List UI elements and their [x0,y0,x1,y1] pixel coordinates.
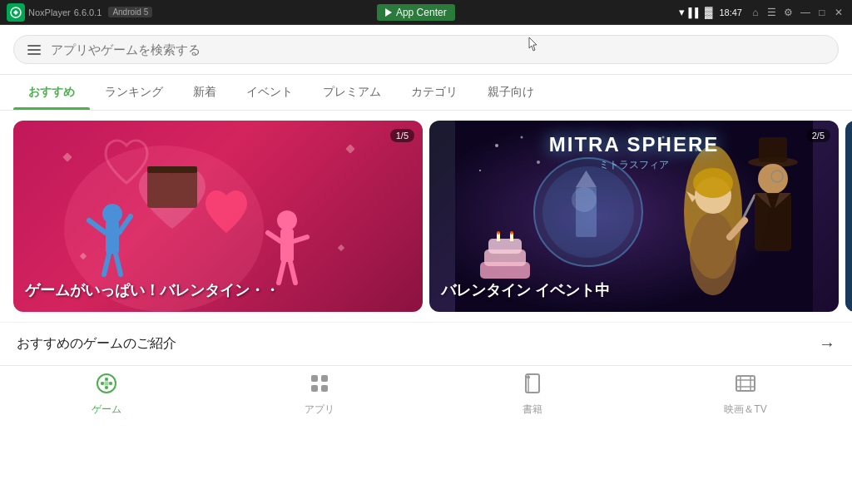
nav-item-books[interactable]: 書籍 [499,373,566,417]
movie-icon [735,373,756,399]
banner2-title: バレンタイン イベント中 [441,280,610,300]
tab-event[interactable]: イベント [231,75,308,110]
svg-rect-64 [311,375,318,382]
wifi-icon: ▾ [679,6,685,18]
mitra-sphere-subtitle: ミトラスフィア [549,158,719,172]
svg-line-15 [290,262,295,283]
banner1-title: ゲームがいっぱい！バレンタイン・・ [25,280,280,300]
banner-3-partial[interactable] [845,121,852,312]
banner2-counter: 2/5 [806,129,830,142]
nox-logo: NoxPlayer 6.6.0.1 [7,3,102,22]
app-center-button[interactable]: App Center [377,4,455,21]
settings-button[interactable]: ⚙ [782,6,795,19]
svg-rect-17 [345,144,354,153]
titlebar: NoxPlayer 6.6.0.1 Android 5 App Center ▾… [0,0,852,25]
search-container[interactable] [13,35,839,64]
game-icon [96,373,117,399]
tab-recommended[interactable]: おすすめ [13,75,90,110]
svg-rect-52 [845,121,852,312]
banner-1[interactable]: 1/5 ゲームがいっぱい！バレンタイン・・ [13,121,423,312]
svg-rect-19 [338,245,344,251]
nox-logo-icon [7,3,25,22]
svg-line-12 [268,233,280,241]
nav-item-games[interactable]: ゲーム [73,373,140,417]
banners-section: 1/5 ゲームがいっぱい！バレンタイン・・ [0,111,852,322]
home-button[interactable]: ⌂ [749,6,762,19]
book-icon [522,373,543,399]
maximize-button[interactable]: □ [815,6,829,19]
svg-rect-10 [280,229,294,262]
status-icons: ▾ ▌▌ ▓ 18:47 [679,6,742,18]
svg-point-3 [102,204,122,224]
banner1-counter: 1/5 [390,129,414,142]
mitra-sphere-title: MITRA SPHERE [549,133,719,156]
search-input[interactable] [51,42,825,57]
svg-rect-9 [147,166,197,173]
bottom-navigation: ゲーム アプリ 書籍 [0,365,852,427]
close-button[interactable]: ✕ [832,6,845,19]
search-bar [0,25,852,75]
play-icon [385,8,392,17]
nav-item-movies[interactable]: 映画＆TV [712,373,779,417]
svg-line-13 [294,237,307,241]
nav-label-movies: 映画＆TV [724,403,766,417]
recommendation-section[interactable]: おすすめのゲームのご紹介 → [0,322,852,365]
hamburger-icon[interactable] [27,45,41,55]
status-time: 18:47 [719,7,742,17]
nav-label-books: 書籍 [523,403,542,417]
tab-ranking[interactable]: ランキング [90,75,178,110]
nox-version: NoxPlayer [28,7,71,17]
tab-new[interactable]: 新着 [178,75,231,110]
nox-version-number: 6.6.0.1 [74,7,102,17]
app-center-label: App Center [396,7,447,18]
svg-rect-2 [106,220,119,254]
svg-rect-65 [321,375,328,382]
svg-rect-63 [101,382,112,385]
apps-icon [309,373,330,399]
titlebar-right: ▾ ▌▌ ▓ 18:47 ⌂ ☰ ⚙ — □ ✕ [679,6,845,19]
nav-label-games: ゲーム [92,403,121,417]
tab-kids[interactable]: 親子向け [473,75,549,110]
recommendation-title: おすすめのゲームのご紹介 [17,335,176,353]
svg-rect-16 [62,152,72,161]
banner-2[interactable]: MITRA SPHERE ミトラスフィア 2/5 バレンタイン イベント中 [429,121,839,312]
titlebar-center[interactable]: App Center [377,4,455,21]
tab-premium[interactable]: プレミアム [308,75,396,110]
recommendation-arrow[interactable]: → [819,334,835,353]
nav-item-apps[interactable]: アプリ [286,373,353,417]
svg-rect-67 [321,385,328,392]
svg-rect-69 [527,376,530,378]
main-content: おすすめ ランキング 新着 イベント プレミアム カテゴリ 親子向け [0,25,852,504]
tab-category[interactable]: カテゴリ [396,75,473,110]
banner3-decoration [845,121,852,312]
nav-tabs: おすすめ ランキング 新着 イベント プレミアム カテゴリ 親子向け [0,75,852,111]
titlebar-left: NoxPlayer 6.6.0.1 Android 5 [7,3,152,22]
nav-label-apps: アプリ [305,403,334,417]
svg-rect-70 [736,376,755,391]
menu-button[interactable]: ☰ [765,6,779,19]
minimize-button[interactable]: — [799,6,812,19]
android-badge: Android 5 [108,7,152,17]
battery-icon: ▓ [705,6,712,18]
svg-rect-66 [311,385,318,392]
signal-icon: ▌▌ [688,7,701,17]
svg-point-11 [277,210,297,230]
